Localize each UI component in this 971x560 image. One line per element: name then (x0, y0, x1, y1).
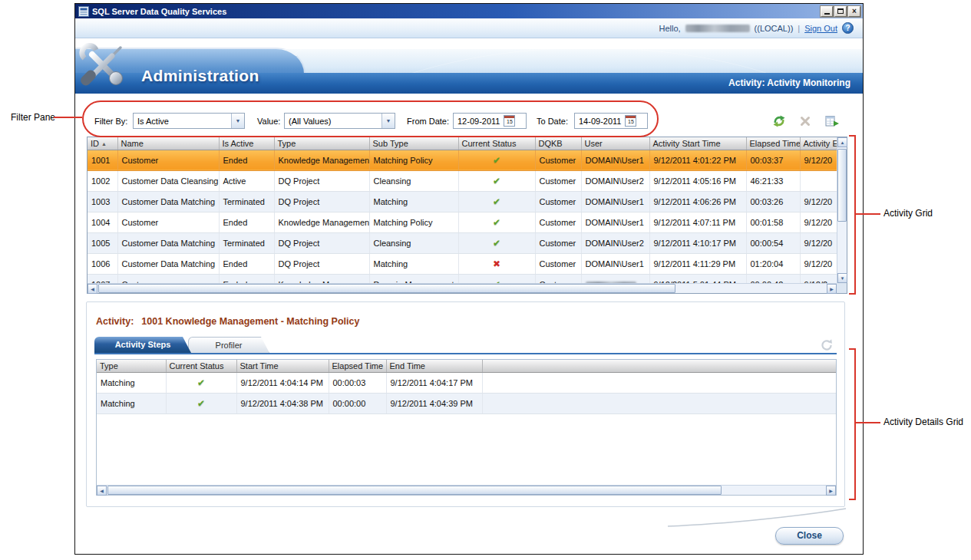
details-grid-column-header-elapsed-time[interactable]: Elapsed Time (329, 360, 386, 372)
tab-activity-steps[interactable]: Activity Steps (94, 337, 191, 353)
cell-end (800, 170, 837, 191)
cell-name: Customer (117, 150, 219, 170)
administration-tools-icon (78, 43, 127, 91)
minimize-button[interactable] (821, 6, 833, 17)
screenshot-canvas: Filter Pane Activity Grid Activity Detai… (0, 0, 971, 560)
details-grid-horizontal-scrollbar[interactable]: ◀ ▶ (97, 485, 836, 495)
scroll-up-button[interactable]: ▲ (837, 137, 847, 147)
cell-elapsed: 00:03:26 (746, 191, 800, 212)
cell-elapsed: 00:00:00 (329, 393, 386, 413)
cell-type: Knowledge Management (274, 212, 369, 232)
cell-is-active: Ended (219, 274, 274, 283)
activity-details-grid: TypeCurrent StatusStart TimeElapsed Time… (96, 359, 837, 496)
scroll-down-button[interactable]: ▼ (837, 273, 847, 283)
annotation-filter-pane-label: Filter Pane (11, 112, 55, 123)
cell-dqkb: Customer (535, 170, 581, 191)
annotation-activity-grid-line (855, 213, 880, 215)
cell-id: 1002 (88, 170, 117, 191)
cell-start: 9/12/2011 4:11:29 PM (649, 253, 746, 274)
activity-grid-column-header-elapsed-time[interactable]: Elapsed Time (746, 137, 800, 150)
cell-name: Customer (117, 274, 219, 283)
cell-status: ✔ (166, 393, 236, 413)
cell-start: 9/12/2011 4:10:17 PM (649, 232, 746, 253)
status-ok-icon: ✔ (197, 377, 205, 388)
details-grid-row-1[interactable]: Matching✔9/12/2011 4:04:38 PM00:00:009/1… (97, 393, 836, 413)
cell-start: 9/12/2011 4:05:16 PM (649, 170, 746, 191)
activity-grid-column-header-dqkb[interactable]: DQKB (535, 137, 581, 150)
export-icon[interactable] (824, 114, 841, 129)
activity-grid-horizontal-scrollbar[interactable]: ◀ ▶ (88, 283, 837, 293)
activity-grid-column-header-current-status[interactable]: Current Status (458, 137, 535, 150)
cell-is-active: Ended (219, 253, 274, 274)
activity-grid-column-header-type[interactable]: Type (274, 137, 369, 150)
activity-grid-row-1002[interactable]: 1002Customer Data CleansingActiveDQ Proj… (88, 170, 837, 191)
cell-sub-type: Matching (369, 191, 458, 212)
scroll-left-button[interactable]: ◀ (97, 486, 107, 496)
activity-grid-column-header-user[interactable]: User (581, 137, 649, 150)
cell-user (581, 274, 649, 283)
column-header-label: Sub Type (373, 139, 408, 148)
cell-end: 9/12/20 (800, 232, 837, 253)
cell-sub-type: Matching Policy (369, 150, 458, 170)
status-ok-icon: ✔ (197, 398, 205, 409)
close-window-button[interactable]: × (848, 6, 860, 17)
cell-start: 9/12/2011 4:04:38 PM (236, 393, 329, 413)
terminate-activity-icon[interactable] (797, 114, 814, 129)
cell-status: ✔ (458, 191, 535, 212)
activity-grid-row-1003[interactable]: 1003Customer Data MatchingTerminatedDQ P… (88, 191, 837, 212)
activity-grid-table: ID▲NameIs ActiveTypeSub TypeCurrent Stat… (88, 137, 837, 283)
cell-elapsed: 00:00:54 (746, 232, 800, 253)
cell-elapsed: 00:00:42 (746, 274, 800, 283)
activity-grid-column-header-activity-end-time[interactable]: Activity End Time (800, 137, 837, 150)
tab-profiler[interactable]: Profiler (188, 337, 269, 353)
refresh-icon[interactable] (771, 114, 788, 129)
activity-grid-column-header-is-active[interactable]: Is Active (219, 137, 274, 150)
details-grid-column-header-end-time[interactable]: End Time (386, 360, 482, 372)
details-grid-column-header-start-time[interactable]: Start Time (236, 360, 329, 372)
details-grid-row-0[interactable]: Matching✔9/12/2011 4:04:14 PM00:00:039/1… (97, 372, 836, 393)
activity-grid-column-header-sub-type[interactable]: Sub Type (369, 137, 458, 150)
activity-grid-column-header-name[interactable]: Name (117, 137, 219, 150)
close-button[interactable]: Close (775, 527, 844, 545)
activity-grid-row-1004[interactable]: 1004CustomerEndedKnowledge ManagementMat… (88, 212, 837, 232)
horizontal-scroll-thumb[interactable] (107, 486, 722, 495)
cell-type: Knowledge Management (274, 274, 369, 283)
cell-filler (482, 393, 836, 413)
cell-elapsed: 00:00:03 (329, 372, 386, 393)
details-grid-column-header-type[interactable]: Type (97, 360, 166, 372)
cell-sub-type: Cleansing (369, 170, 458, 191)
cell-is-active: Active (219, 170, 274, 191)
activity-grid-row-1007[interactable]: 1007CustomerEndedKnowledge ManagementDom… (88, 274, 837, 283)
redacted-user-name (685, 25, 750, 32)
titlebar[interactable]: SQL Server Data Quality Services × (75, 4, 863, 18)
scroll-left-button[interactable]: ◀ (88, 284, 97, 294)
activity-grid-column-header-id[interactable]: ID▲ (88, 137, 117, 150)
activity-details-title-value: 1001 Knowledge Management - Matching Pol… (141, 316, 359, 327)
activity-grid-row-1005[interactable]: 1005Customer Data MatchingTerminatedDQ P… (88, 232, 837, 253)
activity-grid-row-1006[interactable]: 1006Customer Data MatchingEndedDQ Projec… (88, 253, 837, 274)
cell-end: 9/12/20 (800, 191, 837, 212)
cell-dqkb: Customer (535, 150, 581, 170)
details-grid-viewport: TypeCurrent StatusStart TimeElapsed Time… (97, 360, 836, 485)
sign-out-link[interactable]: Sign Out (804, 24, 837, 33)
cell-status: ✔ (458, 170, 535, 191)
column-header-label: Name (121, 139, 144, 148)
vertical-scroll-thumb[interactable] (837, 149, 847, 222)
cell-start: 9/12/2011 4:07:11 PM (649, 212, 746, 232)
details-grid-column-header-current-status[interactable]: Current Status (166, 360, 236, 372)
cell-start: 9/12/2011 4:06:26 PM (649, 191, 746, 212)
column-header-label: Type (100, 361, 118, 371)
maximize-button[interactable] (834, 6, 847, 17)
scroll-right-button[interactable]: ▶ (827, 284, 837, 294)
activity-grid-column-header-activity-start-time[interactable]: Activity Start Time (649, 137, 746, 150)
activity-grid-row-1001[interactable]: 1001CustomerEndedKnowledge ManagementMat… (88, 150, 837, 170)
cell-user: DOMAIN\User2 (581, 232, 649, 253)
cell-id: 1005 (88, 232, 117, 253)
tab-label: Profiler (216, 341, 243, 350)
scroll-right-button[interactable]: ▶ (826, 486, 836, 496)
greeting-divider: | (798, 24, 800, 33)
activity-grid-vertical-scrollbar[interactable]: ▲ ▼ (837, 137, 847, 283)
help-icon[interactable]: ? (842, 22, 854, 34)
annotation-activity-grid-label: Activity Grid (883, 208, 933, 219)
horizontal-scroll-thumb[interactable] (98, 284, 675, 293)
